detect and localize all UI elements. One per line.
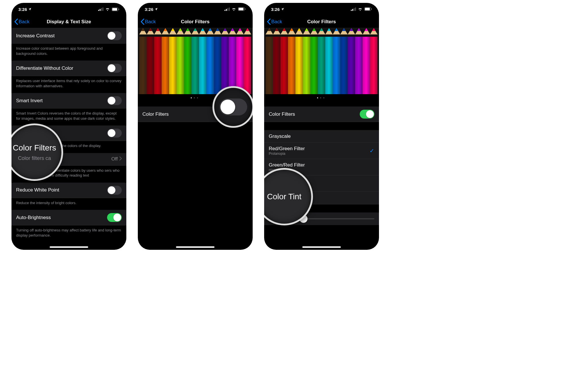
- row-auto-brightness[interactable]: Auto-Brightness: [11, 210, 126, 225]
- wifi-icon: [105, 7, 110, 11]
- pencils-preview[interactable]: [138, 28, 253, 94]
- battery-icon: [112, 7, 119, 11]
- cellular-icon: [98, 7, 103, 11]
- toggle-smart-invert[interactable]: [107, 96, 122, 105]
- toggle-diff-without-color[interactable]: [107, 64, 122, 73]
- screen-display-text-size: 3:26 Back Display & Text Size Increase C…: [11, 3, 126, 250]
- nav-bar: Back Color Filters: [138, 16, 253, 28]
- nav-bar: Back Color Filters: [264, 16, 379, 28]
- status-bar: 3:26: [11, 3, 126, 16]
- nav-title: Color Filters: [181, 19, 210, 25]
- svg-rect-1: [112, 8, 117, 11]
- home-indicator[interactable]: [302, 246, 341, 248]
- option-grayscale[interactable]: Grayscale: [264, 130, 379, 143]
- row-reduce-white-point[interactable]: Reduce White Point: [11, 183, 126, 198]
- status-time: 3:26: [18, 7, 27, 12]
- nav-title: Display & Text Size: [47, 19, 91, 25]
- option-red-green[interactable]: Red/Green Filter Protanopia ✓: [264, 143, 379, 159]
- toggle-reduce-white-point[interactable]: [107, 186, 122, 195]
- cellular-icon: [351, 7, 356, 11]
- desc-auto-brightness: Turning off auto-brightness may affect b…: [11, 225, 126, 242]
- wifi-icon: [231, 7, 236, 12]
- battery-icon: [238, 7, 246, 12]
- back-button[interactable]: Back: [267, 19, 282, 25]
- toggle-increase-contrast[interactable]: [107, 31, 122, 40]
- callout-toggle: [212, 86, 253, 128]
- location-icon: [281, 7, 284, 12]
- svg-rect-5: [245, 8, 245, 10]
- svg-rect-7: [365, 8, 370, 10]
- toggle-magnified: [219, 98, 247, 115]
- toggle-auto-brightness[interactable]: [107, 213, 122, 222]
- desc-increase-contrast: Increase color contrast between app fore…: [11, 44, 126, 61]
- desc-reduce-white-point: Reduce the intensity of bright colors.: [11, 198, 126, 210]
- back-button[interactable]: Back: [141, 19, 156, 25]
- wifi-icon: [358, 7, 363, 12]
- color-filters-value: Off: [111, 156, 118, 162]
- checkmark-icon: ✓: [370, 147, 374, 154]
- status-bar: 3:26: [138, 3, 253, 16]
- nav-title: Color Filters: [307, 19, 336, 25]
- status-bar: 3:26: [264, 3, 379, 16]
- screen-color-filters-on: 3:26 Back Color Filters ●●● Color Filter…: [264, 3, 379, 250]
- row-color-filters-toggle[interactable]: Color Filters: [264, 107, 379, 122]
- location-icon: [28, 7, 32, 12]
- toggle-classic-invert[interactable]: [107, 129, 122, 138]
- desc-smart-invert: Smart Invert Colors reverses the colors …: [11, 109, 126, 125]
- svg-rect-2: [119, 9, 119, 10]
- svg-rect-8: [371, 8, 372, 10]
- svg-rect-4: [239, 8, 243, 10]
- home-indicator[interactable]: [176, 246, 214, 248]
- battery-icon: [364, 7, 372, 12]
- chevron-right-icon: [119, 156, 122, 162]
- row-diff-without-color[interactable]: Differentiate Without Color: [11, 61, 126, 76]
- page-indicator: ●●●: [264, 94, 379, 101]
- home-indicator[interactable]: [50, 246, 88, 248]
- toggle-color-filters[interactable]: [360, 110, 374, 119]
- cellular-icon: [225, 7, 230, 11]
- screen-color-filters-off: 3:26 Back Color Filters ●●● Color Filter…: [138, 3, 253, 250]
- nav-bar: Back Display & Text Size: [11, 16, 126, 28]
- desc-diff-without-color: Replaces user interface items that rely …: [11, 76, 126, 93]
- pencils-preview[interactable]: [264, 28, 379, 94]
- location-icon: [154, 7, 158, 12]
- row-increase-contrast[interactable]: Increase Contrast: [11, 28, 126, 44]
- row-smart-invert[interactable]: Smart Invert: [11, 93, 126, 109]
- back-button[interactable]: Back: [14, 19, 30, 25]
